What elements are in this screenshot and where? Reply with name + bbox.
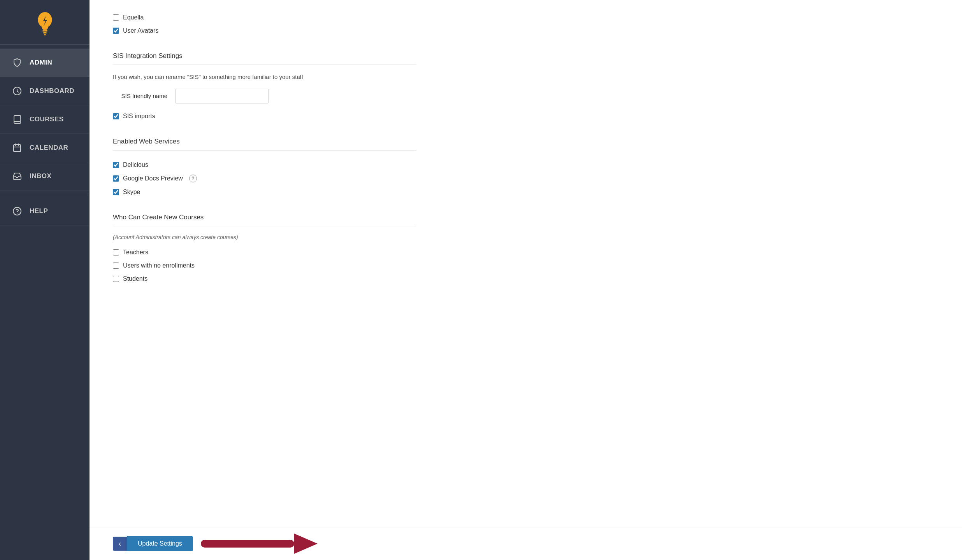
- sidebar-item-dashboard[interactable]: DASHBOARD: [0, 77, 90, 105]
- user-avatars-row: User Avatars: [113, 24, 416, 37]
- create-courses-title: Who Can Create New Courses: [113, 214, 416, 221]
- google-docs-label[interactable]: Google Docs Preview: [123, 175, 183, 182]
- bottom-bar: ‹ Update Settings: [90, 527, 962, 560]
- google-docs-checkbox[interactable]: [113, 175, 119, 182]
- sis-section: SIS Integration Settings If you wish, yo…: [113, 41, 416, 127]
- sis-name-input[interactable]: [175, 89, 269, 103]
- arrow-annotation: [201, 534, 318, 554]
- google-docs-help-icon[interactable]: ?: [189, 175, 197, 182]
- sidebar-item-calendar-label: CALENDAR: [30, 144, 68, 152]
- sidebar-logo: [0, 0, 90, 45]
- skype-row: Skype: [113, 186, 416, 199]
- teachers-checkbox[interactable]: [113, 249, 119, 256]
- google-docs-row: Google Docs Preview ?: [113, 172, 416, 186]
- delicious-row: Delicious: [113, 158, 416, 172]
- svg-rect-3: [44, 34, 46, 35]
- calendar-icon: [12, 142, 23, 153]
- sis-hint: If you wish, you can rename "SIS" to som…: [113, 73, 416, 82]
- sis-imports-label[interactable]: SIS imports: [123, 113, 155, 120]
- sidebar-divider: [0, 194, 90, 194]
- sidebar-item-admin[interactable]: ADMIN: [0, 49, 90, 77]
- create-courses-note: (Account Administrators can always creat…: [113, 234, 416, 240]
- top-settings-section: Equella User Avatars: [113, 0, 416, 41]
- help-icon: [12, 206, 23, 217]
- equella-row: Equella: [113, 11, 416, 24]
- sidebar: ADMIN DASHBOARD COURSES: [0, 0, 90, 560]
- sidebar-item-help[interactable]: HELP: [0, 197, 90, 226]
- sidebar-item-inbox[interactable]: INBOX: [0, 162, 90, 191]
- delicious-checkbox[interactable]: [113, 162, 119, 168]
- gauge-icon: [12, 86, 23, 96]
- sis-divider: [113, 65, 416, 65]
- sis-name-label: SIS friendly name: [113, 93, 167, 99]
- skype-label[interactable]: Skype: [123, 189, 140, 196]
- svg-rect-1: [42, 30, 47, 32]
- sidebar-item-help-label: HELP: [30, 207, 48, 215]
- sidebar-item-admin-label: ADMIN: [30, 59, 52, 66]
- sidebar-nav: ADMIN DASHBOARD COURSES: [0, 45, 90, 560]
- web-services-divider: [113, 150, 416, 150]
- equella-label[interactable]: Equella: [123, 14, 144, 21]
- svg-rect-11: [201, 540, 294, 548]
- no-enrollments-label[interactable]: Users with no enrollments: [123, 262, 195, 269]
- students-row: Students: [113, 272, 416, 285]
- no-enrollments-checkbox[interactable]: [113, 262, 119, 269]
- students-checkbox[interactable]: [113, 276, 119, 282]
- skype-checkbox[interactable]: [113, 189, 119, 195]
- main-content: Equella User Avatars SIS Integration Set…: [90, 0, 962, 560]
- settings-content: Equella User Avatars SIS Integration Set…: [90, 0, 440, 320]
- web-services-title: Enabled Web Services: [113, 138, 416, 145]
- inbox-icon: [12, 171, 23, 182]
- create-courses-divider: [113, 226, 416, 226]
- sidebar-item-calendar[interactable]: CALENDAR: [0, 134, 90, 162]
- equella-checkbox[interactable]: [113, 14, 119, 21]
- shield-icon: [12, 57, 23, 68]
- sis-name-row: SIS friendly name: [113, 89, 416, 103]
- user-avatars-checkbox[interactable]: [113, 28, 119, 34]
- sis-imports-row: SIS imports: [113, 110, 416, 123]
- book-icon: [12, 114, 23, 125]
- teachers-row: Teachers: [113, 246, 416, 259]
- students-label[interactable]: Students: [123, 275, 147, 282]
- update-settings-button[interactable]: Update Settings: [127, 536, 193, 551]
- back-button[interactable]: ‹: [113, 537, 127, 551]
- sis-imports-checkbox[interactable]: [113, 113, 119, 119]
- teachers-label[interactable]: Teachers: [123, 249, 148, 256]
- web-services-section: Enabled Web Services Delicious Google Do…: [113, 127, 416, 203]
- sis-section-title: SIS Integration Settings: [113, 52, 416, 60]
- no-enrollments-row: Users with no enrollments: [113, 259, 416, 272]
- sidebar-item-courses[interactable]: COURSES: [0, 105, 90, 134]
- svg-rect-5: [14, 145, 21, 152]
- svg-rect-2: [43, 32, 47, 33]
- create-courses-section: Who Can Create New Courses (Account Admi…: [113, 203, 416, 289]
- svg-marker-12: [294, 534, 318, 554]
- sidebar-item-dashboard-label: DASHBOARD: [30, 87, 74, 95]
- sidebar-item-inbox-label: INBOX: [30, 172, 51, 180]
- delicious-label[interactable]: Delicious: [123, 161, 148, 168]
- sidebar-item-courses-label: COURSES: [30, 116, 64, 123]
- user-avatars-label[interactable]: User Avatars: [123, 27, 158, 34]
- app-logo: [33, 9, 56, 37]
